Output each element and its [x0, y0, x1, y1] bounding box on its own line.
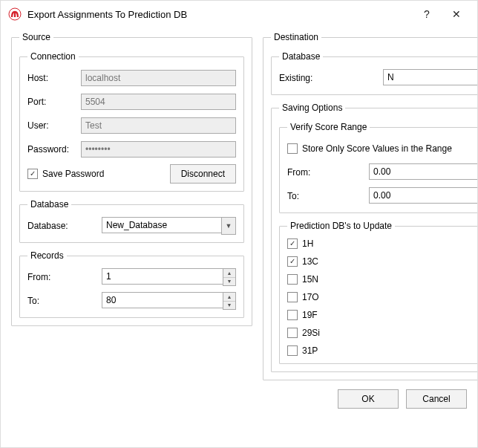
records-to-input[interactable]	[102, 292, 223, 308]
records-from-input[interactable]	[102, 268, 223, 285]
checkbox-icon	[287, 274, 298, 285]
prediction-db-label: 17O	[302, 292, 319, 302]
password-input[interactable]	[81, 141, 236, 158]
source-legend: Source	[19, 32, 53, 42]
user-label: User:	[27, 120, 81, 131]
prediction-db-checkbox[interactable]: 19F	[287, 310, 478, 320]
save-password-checkbox[interactable]: ✓ Save Password	[27, 169, 104, 179]
verify-to-label: To:	[287, 191, 369, 201]
spin-down-icon[interactable]: ▼	[223, 302, 235, 310]
prediction-db-label: 29Si	[302, 328, 320, 338]
chevron-down-icon: ▼	[221, 217, 236, 235]
prediction-db-checkbox[interactable]: ✓13C	[287, 256, 478, 267]
prediction-db-label: 13C	[302, 256, 318, 267]
prediction-db-label: 19F	[302, 310, 318, 320]
verify-from-label: From:	[287, 167, 369, 178]
verify-to-input[interactable]	[369, 187, 478, 204]
spin-up-icon[interactable]: ▲	[223, 269, 235, 278]
existing-select[interactable]: ▼	[383, 69, 478, 87]
records-legend: Records	[27, 250, 67, 261]
records-group: Records From: ▲▼ To: ▲▼	[19, 250, 244, 318]
port-label: Port:	[27, 97, 81, 107]
records-from-spinner[interactable]: ▲▼	[102, 268, 236, 286]
database-select[interactable]: ▼	[102, 217, 236, 235]
records-to-label: To:	[27, 296, 102, 306]
prediction-dbs-group: Prediction DB's to Update ✓1H✓13C15N17O1…	[279, 221, 478, 364]
checkbox-icon	[287, 143, 298, 154]
prediction-db-checkbox[interactable]: 17O	[287, 292, 478, 302]
disconnect-button[interactable]: Disconnect	[170, 164, 236, 184]
spin-up-icon[interactable]: ▲	[223, 293, 235, 302]
saving-options-legend: Saving Options	[279, 103, 345, 113]
close-icon: ✕	[452, 8, 461, 20]
prediction-db-label: 31P	[302, 345, 318, 356]
destination-legend: Destination	[271, 32, 321, 42]
save-password-label: Save Password	[42, 169, 104, 179]
verify-range-legend: Verify Score Range	[287, 122, 370, 132]
host-input[interactable]	[81, 70, 236, 86]
checkbox-icon	[287, 345, 298, 356]
prediction-db-checkbox[interactable]: 15N	[287, 274, 478, 285]
records-from-label: From:	[27, 272, 102, 282]
connection-legend: Connection	[27, 51, 79, 62]
existing-value[interactable]	[383, 69, 478, 85]
checkbox-icon	[287, 292, 298, 302]
prediction-db-label: 15N	[302, 274, 318, 285]
database-label: Database:	[27, 221, 102, 231]
dialog-footer: OK Cancel	[1, 383, 477, 419]
store-only-checkbox[interactable]: Store Only Score Values in the Range	[287, 143, 452, 154]
title-bar: Export Assignments To Prediction DB ? ✕	[1, 1, 477, 27]
cancel-button[interactable]: Cancel	[406, 389, 467, 409]
prediction-db-checkbox[interactable]: ✓1H	[287, 238, 478, 249]
connection-group: Connection Host: Port: User: Password:	[19, 51, 244, 192]
checkbox-icon	[287, 328, 298, 338]
window-title: Export Assignments To Prediction DB	[27, 9, 412, 20]
prediction-dbs-legend: Prediction DB's to Update	[287, 221, 395, 231]
saving-options-group: Saving Options Verify Score Range Store …	[271, 103, 478, 372]
help-button[interactable]: ?	[412, 4, 442, 25]
verify-from-input[interactable]	[369, 163, 478, 180]
dest-database-legend: Database	[279, 51, 323, 62]
checkbox-icon: ✓	[27, 169, 38, 179]
checkbox-icon	[287, 310, 298, 320]
verify-to-spinner[interactable]: ▲▼	[369, 187, 478, 205]
dest-database-group: Database Existing: ▼	[271, 51, 478, 95]
verify-range-group: Verify Score Range Store Only Score Valu…	[279, 122, 478, 213]
store-only-label: Store Only Score Values in the Range	[302, 143, 452, 154]
records-to-spinner[interactable]: ▲▼	[102, 292, 236, 310]
verify-from-spinner[interactable]: ▲▼	[369, 163, 478, 181]
close-button[interactable]: ✕	[442, 4, 471, 25]
destination-group: Destination Database Existing: ▼ Saving …	[263, 32, 478, 380]
prediction-db-checkbox[interactable]: 29Si	[287, 328, 478, 338]
app-icon	[8, 7, 22, 21]
host-label: Host:	[27, 73, 81, 83]
prediction-db-label: 1H	[302, 238, 313, 249]
source-database-group: Database Database: ▼	[19, 199, 244, 243]
source-group: Source Connection Host: Port: User: Pass…	[11, 32, 252, 326]
password-label: Password:	[27, 144, 81, 155]
existing-label: Existing:	[279, 73, 383, 83]
prediction-db-checkbox[interactable]: 31P	[287, 345, 478, 356]
ok-button[interactable]: OK	[338, 389, 399, 409]
source-database-legend: Database	[27, 199, 71, 210]
checkbox-icon: ✓	[287, 256, 298, 267]
database-value[interactable]	[102, 217, 221, 233]
checkbox-icon: ✓	[287, 238, 298, 249]
user-input[interactable]	[81, 117, 236, 134]
spin-down-icon[interactable]: ▼	[223, 278, 235, 286]
port-input[interactable]	[81, 94, 236, 110]
